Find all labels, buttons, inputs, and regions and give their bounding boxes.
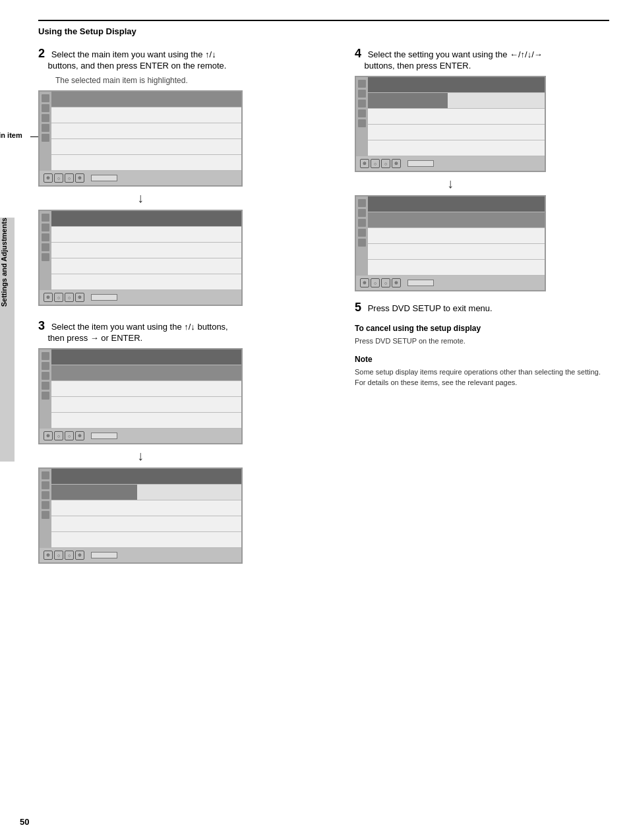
footer-bar-2 xyxy=(91,294,117,301)
row2-5 xyxy=(51,274,241,290)
sidebar-icon-4b-2 xyxy=(358,209,366,217)
footer-icon-3b-2: ○ xyxy=(54,551,63,560)
step2-label: 2 Select the main item you want using th… xyxy=(38,47,342,71)
screen-main xyxy=(51,92,241,171)
step2-text: Select the main item you want using the … xyxy=(38,49,226,71)
sidebar-icon-2-5 xyxy=(42,253,49,261)
step3-text: Select the item you want using the ↑/↓ b… xyxy=(38,322,228,343)
sidebar-icon-3-5 xyxy=(42,392,49,400)
row-2 xyxy=(51,107,241,123)
sidebar-icon-4b-1 xyxy=(358,199,366,207)
footer-icon-3-4: ⊕ xyxy=(75,431,84,440)
sidebar-icon-3-4 xyxy=(42,382,49,390)
step2-number: 2 xyxy=(38,47,45,60)
step3-screen2: ⊕ ○ ○ ⊕ xyxy=(38,467,243,564)
footer-icons: ⊕ ○ ○ ⊕ xyxy=(44,173,84,183)
row-4 xyxy=(51,139,241,155)
cancel-section: To cancel using the setup display Press … xyxy=(355,324,609,347)
row3-1 xyxy=(51,349,241,365)
footer-icons-2: ⊕ ○ ○ ⊕ xyxy=(44,293,84,302)
row4b-2 xyxy=(368,212,545,228)
step2-screen1: ⊕ ○ ○ ⊕ xyxy=(38,90,243,187)
footer-icon-2-3: ○ xyxy=(65,293,74,302)
footer-icon-2: ○ xyxy=(54,173,63,183)
split-4-right xyxy=(448,93,545,108)
sidebar-icon-4-4 xyxy=(358,109,366,117)
cancel-title: To cancel using the setup display xyxy=(355,324,609,333)
footer-icons-3b: ⊕ ○ ○ ⊕ xyxy=(44,551,84,560)
note-text: Some setup display items require operati… xyxy=(355,367,609,388)
row3b-4 xyxy=(51,516,241,532)
screen-main-3 xyxy=(51,349,241,429)
footer-icon-4-2: ○ xyxy=(371,159,380,168)
sidebar-icon-2 xyxy=(42,104,49,112)
step2-screen2: ⊕ ○ ○ ⊕ xyxy=(38,210,243,306)
screen-footer-3b: ⊕ ○ ○ ⊕ xyxy=(40,548,241,562)
screen-main-2 xyxy=(51,211,241,290)
step2-desc: The selected main item is highlighted. xyxy=(55,76,342,85)
footer-icon-4: ⊕ xyxy=(75,173,84,183)
note-section: Note Some setup display items require op… xyxy=(355,355,609,388)
row-1-highlighted xyxy=(51,92,241,107)
step4: 4 Select the setting you want using the … xyxy=(355,47,609,291)
right-column: 4 Select the setting you want using the … xyxy=(355,47,609,568)
sidebar-icon-3b-4 xyxy=(42,501,49,509)
screen-footer-3: ⊕ ○ ○ ⊕ xyxy=(40,429,241,443)
step2: 2 Select the main item you want using th… xyxy=(38,47,342,306)
sidebar-icon-5 xyxy=(42,134,49,142)
row-3 xyxy=(51,123,241,139)
sidebar-icon-2-2 xyxy=(42,224,49,231)
footer-icon-3-1: ⊕ xyxy=(44,431,53,440)
step5-label: 5 Press DVD SETUP to exit menu. xyxy=(355,301,609,315)
screen-sidebar-2 xyxy=(40,211,51,290)
sidebar-icon-3b-2 xyxy=(42,481,49,489)
screen-sidebar-4b xyxy=(356,196,368,276)
sidebar-icon-3b-1 xyxy=(42,471,49,479)
sidebar-icon-4b-4 xyxy=(358,229,366,237)
row3-3 xyxy=(51,381,241,397)
footer-icon-3: ○ xyxy=(65,173,74,183)
footer-icon-3-3: ○ xyxy=(65,431,74,440)
footer-icon-4b-2: ○ xyxy=(371,278,380,287)
row2-2 xyxy=(51,227,241,243)
row4-split xyxy=(368,93,545,109)
row4-5 xyxy=(368,140,545,156)
footer-icon-4b-3: ○ xyxy=(381,278,390,287)
side-tab-label: Settings and Adjustments xyxy=(0,218,8,307)
step2-screen1-container: Main item xyxy=(38,90,243,187)
screen-footer-2: ⊕ ○ ○ ⊕ xyxy=(40,290,241,305)
step4-screen2: ⊕ ○ ○ ⊕ xyxy=(355,195,546,291)
step3-label: 3 Select the item you want using the ↑/↓… xyxy=(38,319,342,343)
row3-2-hl xyxy=(51,365,241,381)
screen-footer-4b: ⊕ ○ ○ ⊕ xyxy=(356,276,545,290)
footer-icon-4b-1: ⊕ xyxy=(360,278,369,287)
footer-bar-4 xyxy=(407,160,434,167)
screen-sidebar-4 xyxy=(356,77,368,156)
arrow-down-3: ↓ xyxy=(38,448,243,464)
sidebar-icon-3-3 xyxy=(42,372,49,380)
main-item-label: Main item xyxy=(0,131,22,139)
note-title: Note xyxy=(355,355,609,364)
sidebar-icon-2-3 xyxy=(42,233,49,241)
side-tab: Settings and Adjustments xyxy=(0,218,15,462)
row4-1 xyxy=(368,77,545,93)
row3b-5 xyxy=(51,532,241,548)
left-column: 2 Select the main item you want using th… xyxy=(38,47,342,568)
footer-icon-3b-3: ○ xyxy=(65,551,74,560)
footer-bar-3 xyxy=(91,433,117,439)
step4-text: Select the setting you want using the ←/… xyxy=(355,49,543,71)
sidebar-icon-4b-3 xyxy=(358,219,366,227)
footer-bar-4b xyxy=(407,280,434,286)
footer-icon-4-4: ⊕ xyxy=(392,159,401,168)
footer-icon-3b-1: ⊕ xyxy=(44,551,53,560)
arrow-down-4: ↓ xyxy=(355,176,546,191)
section-title: Using the Setup Display xyxy=(38,26,609,36)
footer-bar xyxy=(91,175,117,181)
screen-sidebar xyxy=(40,92,51,171)
footer-icons-3: ⊕ ○ ○ ⊕ xyxy=(44,431,84,440)
screen-footer: ⊕ ○ ○ ⊕ xyxy=(40,171,241,185)
screen-main-4b xyxy=(368,196,545,276)
step4-screen1: ⊕ ○ ○ ⊕ xyxy=(355,76,546,172)
row3b-split xyxy=(51,485,241,500)
row3b-1 xyxy=(51,469,241,485)
